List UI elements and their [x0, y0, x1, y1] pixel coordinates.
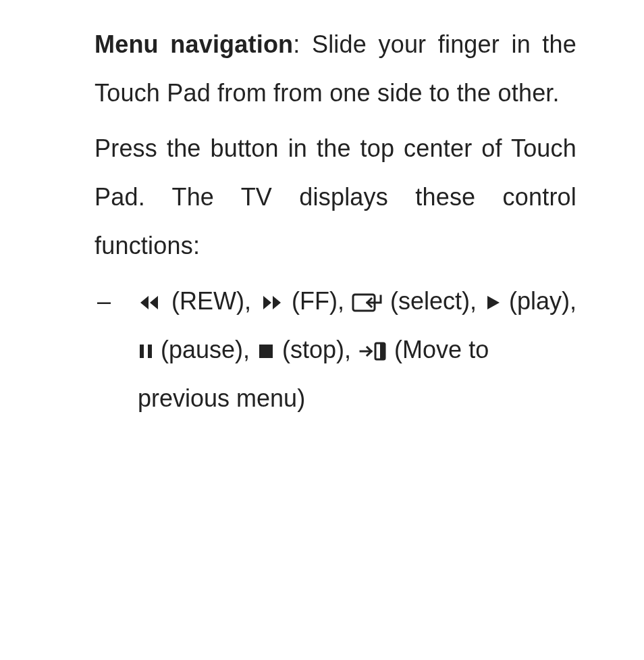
- list-dash: –: [95, 277, 138, 423]
- ff-label: (FF),: [285, 287, 351, 315]
- svg-marker-1: [140, 296, 149, 309]
- svg-marker-2: [263, 296, 271, 309]
- play-icon: [483, 292, 502, 313]
- menu-navigation-label: Menu navigation: [95, 30, 293, 58]
- rew-label: (REW),: [165, 287, 258, 315]
- svg-rect-11: [380, 343, 385, 359]
- select-label: (select),: [383, 287, 483, 315]
- select-icon: [351, 292, 383, 313]
- list-item-body: (REW), (FF),: [138, 277, 576, 423]
- fast-forward-icon: [258, 292, 285, 313]
- document-page: Menu navigation: Slide your finger in th…: [0, 0, 644, 443]
- paragraph-menu-navigation: Menu navigation: Slide your finger in th…: [95, 20, 576, 118]
- paragraph-press-button: Press the button in the top center of To…: [95, 124, 576, 270]
- svg-rect-6: [140, 345, 144, 358]
- svg-rect-7: [148, 345, 152, 358]
- svg-marker-0: [150, 296, 158, 309]
- play-label: (play),: [502, 287, 576, 315]
- svg-marker-5: [487, 296, 500, 309]
- rewind-icon: [138, 292, 165, 313]
- controls-list: – (REW), (FF),: [95, 277, 576, 423]
- back-icon: [358, 340, 387, 362]
- list-item: – (REW), (FF),: [95, 277, 576, 423]
- svg-marker-3: [273, 296, 281, 309]
- stop-label: (stop),: [275, 336, 358, 363]
- stop-icon: [257, 340, 275, 362]
- svg-rect-8: [259, 345, 273, 358]
- pause-label: (pause),: [154, 336, 257, 363]
- pause-icon: [138, 340, 154, 362]
